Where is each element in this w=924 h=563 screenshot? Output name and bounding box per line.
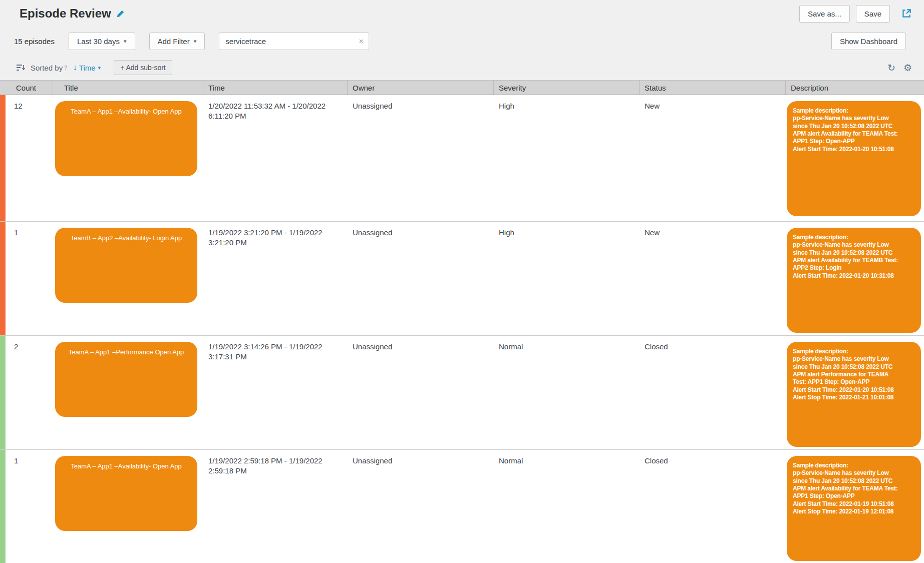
sort-field-label: Time xyxy=(79,64,96,72)
cell-description: Sample description: pp-Service-Name has … xyxy=(786,450,924,563)
description-annotation-blob: Sample description: pp-Service-Name has … xyxy=(787,228,921,333)
severity-strip xyxy=(0,222,6,335)
description-annotation-blob: Sample description: pp-Service-Name has … xyxy=(787,456,921,561)
severity-strip xyxy=(0,336,6,449)
show-dashboard-button[interactable]: Show Dashboard xyxy=(831,33,906,50)
column-header-count[interactable]: Count xyxy=(0,81,53,95)
cell-owner: Unassigned xyxy=(348,95,494,221)
cell-severity: High xyxy=(494,222,640,335)
refresh-icon[interactable]: ↻ xyxy=(887,63,895,73)
cell-count: 1 xyxy=(0,450,53,563)
episode-row[interactable]: 2 TeamA – App1 –Performance Open App 1/1… xyxy=(0,336,924,450)
cell-title: TeamB – App2 –Availability- Login App xyxy=(53,222,203,335)
page-title: Episode Review xyxy=(20,7,111,21)
column-header-owner[interactable]: Owner xyxy=(348,81,494,95)
cell-status: New xyxy=(640,95,786,221)
time-range-dropdown[interactable]: Last 30 days ▾ xyxy=(69,33,135,50)
sort-direction-icon[interactable]: ↓ xyxy=(73,63,77,72)
column-header-time[interactable]: Time xyxy=(203,81,348,95)
cell-severity: High xyxy=(494,95,640,221)
title-annotation-blob: TeamB – App2 –Availability- Login App xyxy=(55,228,197,303)
episode-row[interactable]: 12 TeamA – App1 –Availability- Open App … xyxy=(0,95,924,222)
search-box: × xyxy=(219,33,369,50)
save-as-button[interactable]: Save as... xyxy=(799,5,850,23)
cell-severity: Normal xyxy=(494,336,640,449)
title-annotation-blob: TeamA – App1 –Availability- Open App xyxy=(55,456,197,531)
cell-time: 1/19/2022 2:59:18 PM - 1/19/2022 2:59:18… xyxy=(203,450,348,563)
filter-bar: 15 episodes Last 30 days ▾ Add Filter ▾ … xyxy=(0,27,924,55)
cell-count: 2 xyxy=(0,336,53,449)
cell-title: TeamA – App1 –Availability- Open App xyxy=(53,450,203,563)
sortbar-icons: ↻ ⚙ xyxy=(887,63,912,73)
cell-title: TeamA – App1 –Performance Open App xyxy=(53,336,203,449)
search-input[interactable] xyxy=(219,33,369,50)
cell-status: Closed xyxy=(640,450,786,563)
topbar-actions: Save as... Save xyxy=(799,5,912,23)
cell-description: Sample description: pp-Service-Name has … xyxy=(786,222,924,335)
gear-icon[interactable]: ⚙ xyxy=(903,63,912,73)
add-filter-dropdown[interactable]: Add Filter ▾ xyxy=(149,33,205,50)
sort-help-hint[interactable]: ? xyxy=(64,65,67,71)
cell-title: TeamA – App1 –Availability- Open App xyxy=(53,95,203,221)
cell-time: 1/19/2022 3:21:20 PM - 1/19/2022 3:21:20… xyxy=(203,222,348,335)
title-annotation-blob: TeamA – App1 –Performance Open App xyxy=(55,342,197,417)
caret-down-icon: ▾ xyxy=(124,39,127,44)
description-annotation-blob: Sample description: pp-Service-Name has … xyxy=(787,342,921,447)
cell-owner: Unassigned xyxy=(348,222,494,335)
cell-count: 1 xyxy=(0,222,53,335)
sort-bar: Sorted by ? ↓ Time ▾ + Add sub-sort ↻ ⚙ xyxy=(0,55,924,80)
cell-status: New xyxy=(640,222,786,335)
episode-review-page: Episode Review Save as... Save 15 episod… xyxy=(0,0,924,563)
caret-down-icon: ▾ xyxy=(98,65,101,71)
cell-status: Closed xyxy=(640,336,786,449)
cell-time: 1/19/2022 3:14:26 PM - 1/19/2022 3:17:31… xyxy=(203,336,348,449)
cell-owner: Unassigned xyxy=(348,336,494,449)
episode-count: 15 episodes xyxy=(14,37,55,46)
description-annotation-blob: Sample description: pp-Service-Name has … xyxy=(787,101,921,216)
cell-owner: Unassigned xyxy=(348,450,494,563)
cell-severity: Normal xyxy=(494,450,640,563)
table-header-row: Count Title Time Owner Severity Status D… xyxy=(0,80,924,95)
column-header-severity[interactable]: Severity xyxy=(494,81,640,95)
column-header-title[interactable]: Title xyxy=(53,81,203,95)
edit-title-pencil-icon[interactable] xyxy=(116,9,125,18)
severity-strip xyxy=(0,450,6,563)
sort-field-dropdown[interactable]: Time ▾ xyxy=(79,64,101,72)
column-header-status[interactable]: Status xyxy=(640,81,786,95)
clear-search-icon[interactable]: × xyxy=(359,37,364,46)
title-wrap: Episode Review xyxy=(20,7,125,21)
sorted-by-label: Sorted by xyxy=(31,64,63,72)
caret-down-icon: ▾ xyxy=(194,39,197,44)
cell-description: Sample description: pp-Service-Name has … xyxy=(786,336,924,449)
save-button[interactable]: Save xyxy=(856,5,890,23)
time-range-label: Last 30 days xyxy=(77,37,120,46)
header-bar: Episode Review Save as... Save xyxy=(0,0,924,27)
add-subsort-button[interactable]: + Add sub-sort xyxy=(114,60,172,75)
sort-list-icon xyxy=(17,64,26,72)
cell-time: 1/20/2022 11:53:32 AM - 1/20/2022 6:11:2… xyxy=(203,95,348,221)
title-annotation-blob: TeamA – App1 –Availability- Open App xyxy=(55,101,197,176)
cell-count: 12 xyxy=(0,95,53,221)
maximize-icon[interactable] xyxy=(901,8,912,19)
episode-table: Count Title Time Owner Severity Status D… xyxy=(0,80,924,563)
cell-description: Sample description: pp-Service-Name has … xyxy=(786,95,924,221)
episode-row[interactable]: 1 TeamB – App2 –Availability- Login App … xyxy=(0,222,924,336)
column-header-description[interactable]: Description xyxy=(786,81,924,95)
episode-row[interactable]: 1 TeamA – App1 –Availability- Open App 1… xyxy=(0,450,924,563)
severity-strip xyxy=(0,95,6,221)
add-filter-label: Add Filter xyxy=(158,37,190,46)
